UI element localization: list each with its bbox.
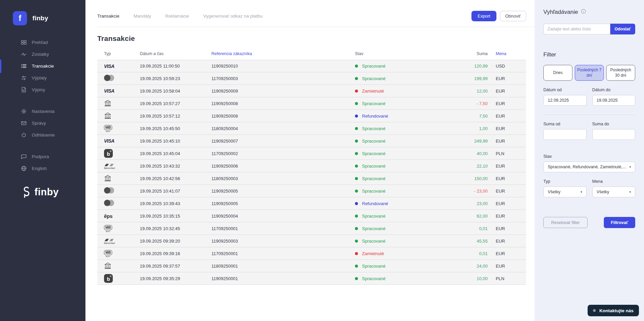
sum-to-input[interactable] bbox=[592, 129, 636, 140]
footer-logo-text: finby bbox=[34, 187, 59, 198]
status-badge: Spracované bbox=[355, 164, 456, 169]
sidebar-item-spravy[interactable]: Správy bbox=[0, 117, 85, 129]
amount: 10,00 bbox=[456, 276, 488, 281]
filter-buttons: Resetovať filter Filtrovať bbox=[543, 217, 635, 228]
status-badge: Refundované bbox=[355, 114, 456, 119]
brand[interactable]: f finby bbox=[13, 11, 85, 25]
table-row[interactable]: b19.09.2025 09:35:2911909250001Spracovan… bbox=[97, 272, 526, 285]
search-row: Odoslať bbox=[543, 24, 635, 34]
sum-from-input[interactable] bbox=[543, 129, 587, 140]
tab-reklam-cie[interactable]: Reklamácie bbox=[165, 14, 189, 19]
range-chip-dnes[interactable]: Dnes bbox=[543, 65, 572, 81]
table-row[interactable]: VISA19.09.2025 10:58:0411909250009Zamiet… bbox=[97, 85, 526, 97]
status-text: Spracované bbox=[362, 101, 385, 106]
table-row[interactable]: 19.09.2025 09:37:5711809250001Spracované… bbox=[97, 260, 526, 272]
table-row[interactable]: MBWAY19.09.2025 10:45:5011809250004Sprac… bbox=[97, 122, 526, 135]
currency: PLN bbox=[488, 151, 526, 156]
sidebar-item-transakcie[interactable]: Transakcie bbox=[0, 60, 85, 72]
bank-transfer-icon bbox=[104, 174, 111, 181]
apply-filter-button[interactable]: Filtrovať bbox=[604, 217, 635, 228]
payment-type-cell: Bancontact bbox=[104, 163, 140, 169]
date-from-input[interactable] bbox=[543, 95, 587, 106]
status-text: Zamietnuté bbox=[362, 251, 384, 256]
status-text: Spracované bbox=[362, 139, 385, 144]
column-header[interactable]: Referencia zákazníka bbox=[211, 51, 355, 56]
table-row[interactable]: Bancontact19.09.2025 09:39:2011909250003… bbox=[97, 235, 526, 247]
table-row[interactable]: b19.09.2025 10:45:0411709250002Spracovan… bbox=[97, 147, 526, 160]
amount: - 23,00 bbox=[456, 189, 488, 194]
tab-vygenerova-odkaz-na-platbu[interactable]: Vygenerovať odkaz na platbu bbox=[203, 14, 263, 19]
chevron-down-icon: ▼ bbox=[580, 191, 583, 194]
column-header[interactable]: Mena bbox=[488, 51, 526, 56]
sidebar-item-podpora[interactable]: Podpora bbox=[0, 151, 85, 163]
table-row[interactable]: 19.09.2025 10:41:0711909250005Spracované… bbox=[97, 185, 526, 197]
reset-filter-button[interactable]: Resetovať filter bbox=[543, 217, 588, 228]
table-row[interactable]: MBWAY19.09.2025 10:32:4511709250001Sprac… bbox=[97, 222, 526, 235]
table-row[interactable]: 19.09.2025 10:57:1211909250008Refundovan… bbox=[97, 110, 526, 122]
sidebar-item-prehlad[interactable]: Prehľad bbox=[0, 36, 85, 48]
transaction-datetime: 19.09.2025 10:45:04 bbox=[140, 151, 211, 156]
status-text: Spracované bbox=[362, 151, 385, 156]
status-dot-icon bbox=[355, 65, 358, 68]
status-badge: Spracované bbox=[355, 214, 456, 219]
status-dot-icon bbox=[355, 240, 358, 243]
sidebar-item-zostatky[interactable]: Zostatky bbox=[0, 48, 85, 60]
sidebar-item-english[interactable]: English bbox=[0, 163, 85, 174]
type-select[interactable]: Všetky ▼ bbox=[543, 187, 587, 197]
status-text: Spracované bbox=[362, 164, 385, 169]
status-select[interactable]: Spracované, Refundované, Zamietnuté, ...… bbox=[543, 162, 635, 172]
grid-icon bbox=[21, 40, 27, 45]
sidebar-item-nastavenia[interactable]: Nastavenia bbox=[0, 105, 85, 117]
contact-label: Kontaktujte nás bbox=[599, 308, 634, 313]
info-icon[interactable] bbox=[581, 9, 586, 16]
transaction-datetime: 19.09.2025 10:45:10 bbox=[140, 139, 211, 144]
amount: 62,00 bbox=[456, 214, 488, 219]
transaction-datetime: 19.09.2025 11:00:50 bbox=[140, 64, 211, 69]
payment-type-cell bbox=[104, 200, 140, 207]
active-nav-indicator bbox=[0, 59, 1, 73]
sidebar-item-vypisy[interactable]: Výpisy bbox=[0, 84, 85, 96]
sidebar-item-vyplaty[interactable]: Výplaty bbox=[0, 72, 85, 84]
refresh-button[interactable]: Obnoviť bbox=[500, 11, 526, 21]
tab-transakcie[interactable]: Transakcie bbox=[97, 14, 120, 19]
sidebar-item-label: Odhlásenie bbox=[32, 132, 55, 138]
export-button[interactable]: Export bbox=[471, 11, 496, 21]
amount: - 7,50 bbox=[456, 101, 488, 106]
search-input[interactable] bbox=[543, 24, 610, 34]
tab-mand-ty[interactable]: Mandáty bbox=[134, 14, 151, 19]
status-text: Spracované bbox=[362, 64, 385, 69]
table-row[interactable]: 19.09.2025 10:42:5611809250003Spracované… bbox=[97, 172, 526, 185]
sidebar-nav: PrehľadZostatkyTransakcieVýplatyVýpisyNa… bbox=[0, 36, 85, 174]
status-dot-icon bbox=[355, 252, 358, 255]
table-row[interactable]: VISA19.09.2025 11:00:5011909250010Spraco… bbox=[97, 60, 526, 72]
date-to-input[interactable] bbox=[592, 95, 636, 106]
document-icon bbox=[21, 87, 27, 93]
table-row[interactable]: 19.09.2025 10:39:4311909250005Refundovan… bbox=[97, 197, 526, 210]
table-row[interactable]: 19.09.2025 10:57:2711909250008Spracované… bbox=[97, 97, 526, 110]
table-row[interactable]: MBWAY19.09.2025 09:39:1611709250001Zamie… bbox=[97, 247, 526, 260]
search-submit-button[interactable]: Odoslať bbox=[610, 24, 635, 34]
status-dot-icon bbox=[355, 165, 358, 168]
payment-type-cell: MBWAY bbox=[104, 250, 140, 257]
customer-reference: 11909250004 bbox=[211, 214, 355, 219]
status-badge: Spracované bbox=[355, 151, 456, 156]
status-text: Refundované bbox=[362, 114, 388, 119]
contact-button[interactable]: Kontaktujte nás bbox=[588, 305, 639, 316]
range-chip-posledn-ch-30-dn-[interactable]: Posledných 30 dní bbox=[606, 65, 635, 81]
payment-type-cell: b bbox=[104, 274, 140, 283]
table-row[interactable]: VISA19.09.2025 10:45:1011909250007Spraco… bbox=[97, 135, 526, 147]
customer-reference: 11909250005 bbox=[211, 189, 355, 194]
currency-select[interactable]: Všetky ▼ bbox=[592, 187, 636, 197]
payment-type-cell bbox=[104, 262, 140, 270]
table-row[interactable]: Bancontact19.09.2025 10:43:3211909250006… bbox=[97, 160, 526, 172]
status-text: Spracované bbox=[362, 239, 385, 244]
status-dot-icon bbox=[355, 152, 358, 155]
table-row[interactable]: 19.09.2025 10:59:2311709250003Spracované… bbox=[97, 72, 526, 85]
table-row[interactable]: ĕps19.09.2025 10:35:1511909250004Spracov… bbox=[97, 210, 526, 222]
sidebar-item-label: Prehľad bbox=[32, 40, 48, 45]
status-text: Zamietnuté bbox=[362, 89, 384, 94]
sidebar-item-odhlasenie[interactable]: Odhlásenie bbox=[0, 129, 85, 141]
payment-type-cell bbox=[104, 112, 140, 120]
range-chip-posledn-ch-7-dn-[interactable]: Posledných 7 dní bbox=[575, 65, 604, 81]
payment-type-cell bbox=[104, 187, 140, 195]
